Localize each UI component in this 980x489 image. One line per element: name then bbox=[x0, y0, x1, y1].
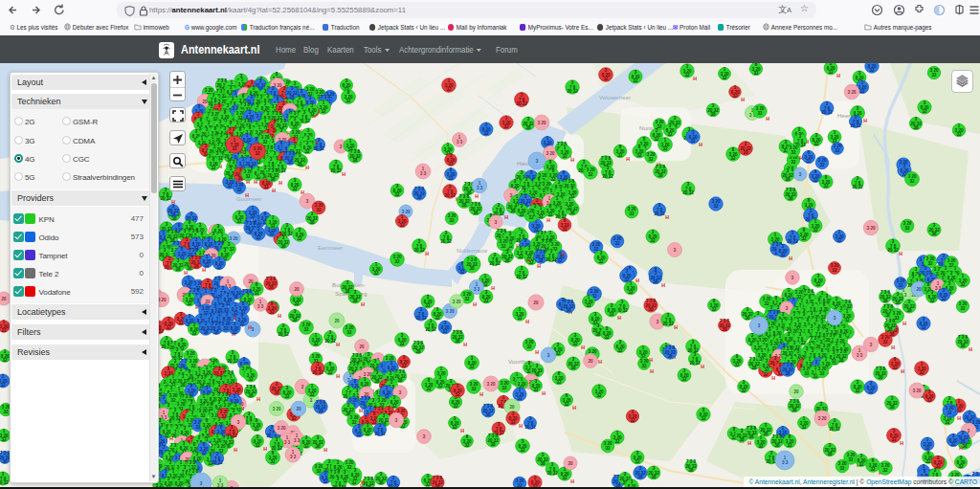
svg-text:38: 38 bbox=[525, 125, 531, 130]
svg-text:32: 32 bbox=[813, 228, 818, 233]
svg-text:32: 32 bbox=[455, 392, 460, 397]
svg-text:32: 32 bbox=[166, 325, 171, 330]
svg-text:32: 32 bbox=[572, 342, 578, 346]
svg-text:32: 32 bbox=[960, 306, 966, 311]
svg-text:H: H bbox=[581, 345, 585, 350]
svg-text:32: 32 bbox=[0, 383, 6, 388]
svg-text:32: 32 bbox=[520, 448, 525, 453]
svg-text:32: 32 bbox=[562, 227, 568, 232]
svg-text:32: 32 bbox=[294, 301, 300, 306]
svg-text:32: 32 bbox=[399, 223, 405, 228]
svg-text:38: 38 bbox=[743, 150, 748, 155]
svg-text:H: H bbox=[248, 324, 252, 330]
svg-text:H: H bbox=[425, 251, 429, 256]
svg-text:20 32: 20 32 bbox=[829, 427, 840, 432]
svg-text:H: H bbox=[635, 278, 639, 283]
svg-text:H: H bbox=[535, 349, 539, 355]
svg-text:32: 32 bbox=[641, 364, 647, 368]
svg-text:32: 32 bbox=[323, 479, 328, 484]
svg-text:38: 38 bbox=[378, 480, 384, 485]
svg-text:H: H bbox=[305, 165, 309, 170]
svg-text:38: 38 bbox=[228, 175, 234, 180]
svg-text:32: 32 bbox=[684, 73, 690, 78]
svg-text:H: H bbox=[674, 324, 678, 330]
svg-text:38: 38 bbox=[352, 299, 358, 303]
svg-text:20 32: 20 32 bbox=[212, 460, 223, 465]
svg-text:H: H bbox=[650, 368, 654, 374]
svg-text:32: 32 bbox=[236, 188, 242, 192]
svg-text:32: 32 bbox=[813, 142, 819, 146]
svg-text:20 32: 20 32 bbox=[654, 211, 665, 216]
svg-text:38: 38 bbox=[175, 267, 181, 272]
svg-text:20 32: 20 32 bbox=[662, 322, 674, 326]
svg-text:32: 32 bbox=[904, 226, 910, 231]
svg-text:20 32: 20 32 bbox=[413, 248, 425, 253]
svg-text:32: 32 bbox=[813, 178, 818, 183]
svg-text:H: H bbox=[460, 428, 464, 433]
svg-text:38: 38 bbox=[763, 432, 768, 436]
svg-text:32: 32 bbox=[464, 443, 470, 448]
svg-text:32: 32 bbox=[223, 326, 229, 331]
svg-text:38: 38 bbox=[637, 475, 643, 479]
svg-text:3 20: 3 20 bbox=[848, 90, 857, 95]
svg-text:32: 32 bbox=[929, 299, 935, 303]
svg-text:20 32: 20 32 bbox=[887, 248, 899, 253]
svg-text:38: 38 bbox=[193, 264, 199, 269]
svg-text:38: 38 bbox=[289, 95, 295, 100]
svg-text:32: 32 bbox=[588, 172, 593, 177]
svg-text:38: 38 bbox=[889, 332, 895, 337]
svg-text:38: 38 bbox=[931, 232, 937, 236]
svg-text:20 32: 20 32 bbox=[516, 275, 527, 279]
svg-text:32: 32 bbox=[327, 370, 333, 375]
svg-text:32: 32 bbox=[604, 335, 610, 340]
svg-text:32: 32 bbox=[356, 433, 362, 437]
svg-text:32: 32 bbox=[898, 283, 903, 288]
svg-text:32: 32 bbox=[894, 316, 900, 321]
svg-text:3 20: 3 20 bbox=[446, 309, 455, 314]
svg-text:32: 32 bbox=[1, 328, 7, 333]
svg-text:20: 20 bbox=[568, 461, 573, 466]
svg-text:32: 32 bbox=[313, 342, 319, 346]
svg-text:32: 32 bbox=[801, 425, 807, 430]
svg-text:32: 32 bbox=[239, 322, 245, 326]
svg-text:20 32: 20 32 bbox=[415, 316, 427, 321]
svg-text:H: H bbox=[617, 315, 621, 321]
svg-text:20 32: 20 32 bbox=[425, 327, 436, 332]
svg-text:32: 32 bbox=[950, 442, 956, 447]
svg-text:32: 32 bbox=[667, 132, 673, 137]
svg-text:38: 38 bbox=[895, 300, 901, 305]
svg-text:32: 32 bbox=[211, 166, 216, 170]
svg-text:20 32: 20 32 bbox=[524, 425, 536, 430]
svg-text:38: 38 bbox=[2, 459, 8, 464]
svg-text:32: 32 bbox=[787, 443, 792, 448]
svg-text:38: 38 bbox=[788, 196, 793, 201]
svg-text:H: H bbox=[959, 445, 963, 451]
svg-text:38: 38 bbox=[827, 452, 833, 456]
svg-text:H: H bbox=[537, 263, 541, 269]
svg-text:38: 38 bbox=[751, 366, 757, 370]
svg-text:32: 32 bbox=[858, 462, 864, 467]
svg-text:32: 32 bbox=[730, 156, 736, 161]
svg-text:32: 32 bbox=[801, 236, 807, 241]
svg-text:32: 32 bbox=[713, 204, 719, 209]
svg-text:38: 38 bbox=[270, 177, 276, 182]
svg-text:32: 32 bbox=[557, 258, 563, 263]
svg-text:38: 38 bbox=[292, 318, 298, 322]
svg-text:32: 32 bbox=[2, 358, 8, 363]
svg-text:32: 32 bbox=[927, 261, 933, 266]
svg-text:H: H bbox=[245, 192, 249, 198]
svg-text:38: 38 bbox=[280, 244, 286, 249]
svg-text:20 32: 20 32 bbox=[787, 239, 798, 244]
svg-text:20 32: 20 32 bbox=[546, 257, 557, 262]
svg-text:32: 32 bbox=[924, 446, 930, 451]
svg-text:38: 38 bbox=[887, 327, 893, 332]
svg-text:20 32: 20 32 bbox=[324, 339, 336, 344]
svg-text:H: H bbox=[542, 390, 546, 396]
svg-text:3 20: 3 20 bbox=[913, 389, 922, 393]
svg-text:32: 32 bbox=[303, 444, 309, 449]
svg-text:32: 32 bbox=[292, 187, 298, 191]
svg-text:H: H bbox=[771, 375, 775, 381]
svg-text:H: H bbox=[519, 423, 523, 429]
svg-text:Nuldernauw: Nuldernauw bbox=[457, 248, 488, 254]
svg-text:H: H bbox=[747, 440, 751, 446]
